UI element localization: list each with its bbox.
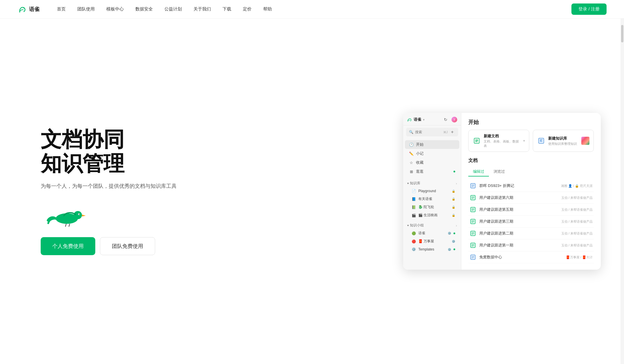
doc-list-item[interactable]: 用户建议跟进第五期 玉伯 / 来帮语雀做产品 [468, 204, 594, 216]
kb-item-icon: 🎬 [411, 213, 416, 218]
nav-item-label: 收藏 [416, 160, 424, 165]
sidebar-nav-items: 🕐 开始 ✏️ 小记 ☆ 收藏 ⊞ 逛逛 [403, 139, 461, 177]
sidebar-brand[interactable]: 语雀 ▾ [407, 117, 424, 122]
add-button[interactable]: + [449, 129, 455, 135]
refresh-icon[interactable]: ↻ [442, 116, 449, 123]
nav-link-关于我们[interactable]: 关于我们 [193, 6, 211, 12]
doc-title: 用户建议跟进第六期 [479, 195, 558, 200]
nav-item-label: 小记 [416, 151, 424, 156]
nav-link-数据安全[interactable]: 数据安全 [135, 6, 153, 12]
docs-tab-浏览过[interactable]: 浏览过 [489, 167, 510, 176]
group-section-title: 知识小组 [410, 223, 424, 228]
nav-link-模板中心[interactable]: 模板中心 [106, 6, 124, 12]
new-kb-card[interactable]: 新建知识库 使用知识库整理知识 [533, 130, 594, 152]
scrollbar-thumb[interactable] [621, 25, 623, 42]
nav-link-团队使用[interactable]: 团队使用 [77, 6, 95, 12]
navbar: 语雀 首页团队使用模板中心数据安全公益计划关于我们下载定价帮助 登录 / 注册 [0, 0, 624, 19]
group-item-Templates[interactable]: ⚙️ Templates ⚙️ [405, 246, 459, 253]
knowledge-item-🎬 生活映画[interactable]: 🎬 🎬 生活映画 🔒 [405, 211, 459, 219]
login-register-button[interactable]: 登录 / 注册 [571, 3, 607, 15]
docs-tab-编辑过[interactable]: 编辑过 [468, 167, 489, 176]
sidebar-nav-item-逛逛[interactable]: ⊞ 逛逛 [405, 167, 459, 176]
hero-title: 文档协同 知识管理 [41, 127, 386, 176]
nav-item-label: 开始 [416, 142, 424, 147]
doc-meta: 玉伯 / 来帮语雀做产品 [561, 243, 593, 248]
knowledge-item-Playground[interactable]: 📄 Playground 🔒 [405, 187, 459, 195]
svg-rect-12 [539, 138, 544, 143]
doc-list-item[interactable]: 群晖 DS923+ 折腾记 湘雅 👤 / 🔒 咫尺天涯 [468, 180, 594, 192]
new-doc-card[interactable]: 新建文档 文档、表格、画板、数据表 ▾ [468, 130, 529, 152]
new-kb-icon [537, 137, 545, 145]
group-item-label: 语雀 [418, 231, 445, 236]
kb-item-label: 🎬 生活映画 [418, 213, 449, 218]
group-section-chevron: ▾ [407, 224, 409, 227]
group-section-arrow: › [456, 224, 457, 227]
avatar-icon[interactable]: Y [451, 116, 458, 123]
doc-title: 群晖 DS923+ 折腾记 [479, 183, 558, 188]
group-section: ▾ 知识小组 › 🟢 语雀 ⚙️ 🔴 🧧 万事屋 ⚙️ ⚙️ Templates… [403, 222, 461, 253]
knowledge-item-有关语雀[interactable]: 📘 有关语雀 🔒 [405, 195, 459, 203]
lock-icon: ⚙️ [452, 240, 455, 243]
nav-item-icon: ☆ [409, 160, 414, 165]
doc-icon [469, 182, 476, 189]
nav-item-label: 逛逛 [416, 169, 424, 174]
group-item-🧧 万事屋[interactable]: 🔴 🧧 万事屋 ⚙️ [405, 237, 459, 245]
group-section-header[interactable]: ▾ 知识小组 › [403, 222, 461, 229]
start-section-title: 开始 [468, 119, 594, 126]
doc-title: 用户建议跟进第二期 [479, 231, 558, 236]
doc-list-item[interactable]: 用户建议跟进第一期 玉伯 / 来帮语雀做产品 [468, 239, 594, 251]
team-free-button[interactable]: 团队免费使用 [100, 237, 155, 255]
sidebar-brand-chevron: ▾ [423, 118, 424, 121]
lock-icon: ⚙️ [448, 232, 451, 235]
svg-marker-3 [82, 215, 86, 217]
nav-link-定价[interactable]: 定价 [243, 6, 252, 12]
sidebar-nav-item-收藏[interactable]: ☆ 收藏 [405, 158, 459, 167]
search-input[interactable] [415, 130, 442, 134]
sidebar-header: 语雀 ▾ ↻ Y [403, 113, 461, 125]
nav-link-公益计划[interactable]: 公益计划 [164, 6, 182, 12]
sidebar-nav-item-开始[interactable]: 🕐 开始 [405, 140, 459, 149]
personal-free-button[interactable]: 个人免费使用 [41, 237, 95, 255]
knowledge-section-chevron: ▾ [407, 182, 409, 185]
doc-title: 用户建议跟进第三期 [479, 219, 558, 224]
kb-item-icon: 📄 [411, 189, 416, 193]
sidebar-search[interactable]: 🔍 ⌘J + [406, 128, 458, 136]
doc-list-item[interactable]: 用户建议跟进第六期 玉伯 / 来帮语雀做产品 [468, 192, 594, 204]
hero-buttons: 个人免费使用 团队免费使用 [41, 237, 386, 255]
new-doc-title: 新建文档 [484, 134, 520, 139]
sidebar-nav-item-小记[interactable]: ✏️ 小记 [405, 149, 459, 158]
docs-tabs: 编辑过浏览过 [468, 167, 594, 176]
new-kb-title: 新建知识库 [548, 136, 578, 141]
doc-list-item[interactable]: 用户建议跟进第三期 玉伯 / 来帮语雀做产品 [468, 216, 594, 228]
group-item-语雀[interactable]: 🟢 语雀 ⚙️ [405, 229, 459, 237]
search-shortcut: ⌘J [443, 131, 448, 134]
knowledge-item-🐉 陀飞轮[interactable]: 📗 🐉 陀飞轮 🔒 [405, 203, 459, 211]
doc-meta: 玉伯 / 来帮语雀做产品 [561, 208, 593, 212]
new-doc-text: 新建文档 文档、表格、画板、数据表 [484, 134, 520, 148]
nav-link-帮助[interactable]: 帮助 [263, 6, 272, 12]
knowledge-items: 📄 Playground 🔒 📘 有关语雀 🔒 📗 🐉 陀飞轮 🔒 🎬 🎬 生活… [403, 187, 461, 219]
lock-icon: ⚙️ [448, 248, 451, 251]
search-icon: 🔍 [409, 130, 413, 134]
doc-list-item[interactable]: 免窝数据中心 🧧万事屋 / 🧧大计 [468, 251, 594, 263]
new-kb-avatar [581, 137, 589, 145]
hero-bird-illustration [41, 203, 386, 228]
app-main: 开始 新建文档 文档、表格、画板、数据表 [461, 113, 601, 270]
group-item-icon: ⚙️ [411, 247, 416, 252]
dot-indicator [453, 233, 455, 234]
group-item-icon: 🔴 [411, 239, 416, 244]
doc-list-item[interactable]: 用户建议跟进第二期 玉伯 / 来帮语雀做产品 [468, 228, 594, 239]
dot-indicator [453, 171, 455, 172]
logo[interactable]: 语雀 [17, 5, 40, 14]
logo-text: 语雀 [29, 6, 40, 13]
nav-link-首页[interactable]: 首页 [57, 6, 66, 12]
kb-item-icon: 📗 [411, 205, 416, 210]
scrollbar-track [621, 19, 624, 364]
svg-point-0 [23, 7, 24, 8]
svg-line-7 [69, 224, 70, 227]
doc-icon [469, 194, 476, 201]
nav-item-icon: 🕐 [409, 142, 414, 147]
nav-link-下载[interactable]: 下载 [223, 6, 231, 12]
knowledge-section-header[interactable]: ▾ 知识库 › [403, 180, 461, 187]
doc-icon [469, 230, 476, 237]
